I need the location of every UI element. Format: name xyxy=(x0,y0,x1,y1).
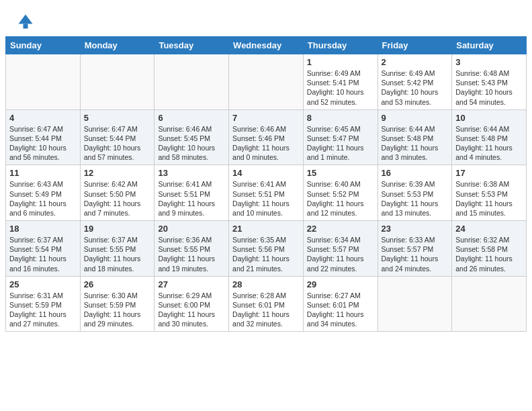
day-info: Sunrise: 6:41 AM Sunset: 5:51 PM Dayligh… xyxy=(158,179,225,218)
calendar-cell xyxy=(229,54,304,110)
calendar-cell: 10Sunrise: 6:44 AM Sunset: 5:48 PM Dayli… xyxy=(452,109,527,165)
day-info: Sunrise: 6:33 AM Sunset: 5:57 PM Dayligh… xyxy=(382,235,449,273)
calendar-cell: 2Sunrise: 6:49 AM Sunset: 5:42 PM Daylig… xyxy=(378,54,452,110)
day-info: Sunrise: 6:44 AM Sunset: 5:48 PM Dayligh… xyxy=(455,124,523,163)
day-number: 1 xyxy=(307,57,374,67)
calendar-cell xyxy=(154,54,229,110)
day-info: Sunrise: 6:32 AM Sunset: 5:58 PM Dayligh… xyxy=(455,235,523,273)
calendar-cell: 20Sunrise: 6:36 AM Sunset: 5:55 PM Dayli… xyxy=(154,221,229,277)
day-info: Sunrise: 6:30 AM Sunset: 5:59 PM Dayligh… xyxy=(84,291,151,329)
day-number: 13 xyxy=(158,168,225,178)
day-info: Sunrise: 6:47 AM Sunset: 5:44 PM Dayligh… xyxy=(84,124,151,163)
day-info: Sunrise: 6:28 AM Sunset: 6:01 PM Dayligh… xyxy=(232,291,300,329)
day-number: 20 xyxy=(158,224,225,234)
calendar-cell: 22Sunrise: 6:34 AM Sunset: 5:57 PM Dayli… xyxy=(303,221,378,277)
day-number: 11 xyxy=(9,168,77,178)
day-number: 14 xyxy=(232,168,300,178)
day-number: 24 xyxy=(455,224,523,234)
calendar-cell: 18Sunrise: 6:37 AM Sunset: 5:54 PM Dayli… xyxy=(6,221,81,277)
day-info: Sunrise: 6:46 AM Sunset: 5:45 PM Dayligh… xyxy=(158,124,225,163)
calendar-cell: 1Sunrise: 6:49 AM Sunset: 5:41 PM Daylig… xyxy=(303,54,378,110)
calendar-cell: 6Sunrise: 6:46 AM Sunset: 5:45 PM Daylig… xyxy=(154,109,229,165)
day-number: 12 xyxy=(84,168,151,178)
calendar-cell: 4Sunrise: 6:47 AM Sunset: 5:44 PM Daylig… xyxy=(6,109,81,165)
day-number: 25 xyxy=(9,279,77,289)
calendar-cell: 21Sunrise: 6:35 AM Sunset: 5:56 PM Dayli… xyxy=(229,221,304,277)
calendar-cell: 8Sunrise: 6:45 AM Sunset: 5:47 PM Daylig… xyxy=(303,109,378,165)
day-info: Sunrise: 6:42 AM Sunset: 5:50 PM Dayligh… xyxy=(84,179,151,218)
day-number: 4 xyxy=(9,113,77,123)
calendar-cell: 14Sunrise: 6:41 AM Sunset: 5:51 PM Dayli… xyxy=(229,165,304,221)
day-number: 15 xyxy=(307,168,374,178)
day-info: Sunrise: 6:39 AM Sunset: 5:53 PM Dayligh… xyxy=(382,179,449,218)
calendar-cell xyxy=(378,276,452,332)
day-info: Sunrise: 6:44 AM Sunset: 5:48 PM Dayligh… xyxy=(382,124,449,163)
day-info: Sunrise: 6:31 AM Sunset: 5:59 PM Dayligh… xyxy=(9,291,77,329)
calendar-cell: 13Sunrise: 6:41 AM Sunset: 5:51 PM Dayli… xyxy=(154,165,229,221)
day-number: 19 xyxy=(84,224,151,234)
day-info: Sunrise: 6:46 AM Sunset: 5:46 PM Dayligh… xyxy=(232,124,300,163)
day-info: Sunrise: 6:27 AM Sunset: 6:01 PM Dayligh… xyxy=(307,291,374,329)
calendar-week-5: 25Sunrise: 6:31 AM Sunset: 5:59 PM Dayli… xyxy=(6,276,527,332)
day-info: Sunrise: 6:37 AM Sunset: 5:54 PM Dayligh… xyxy=(9,235,77,273)
calendar-cell: 24Sunrise: 6:32 AM Sunset: 5:58 PM Dayli… xyxy=(452,221,527,277)
day-info: Sunrise: 6:47 AM Sunset: 5:44 PM Dayligh… xyxy=(9,124,77,163)
calendar-cell: 16Sunrise: 6:39 AM Sunset: 5:53 PM Dayli… xyxy=(378,165,452,221)
calendar-cell: 29Sunrise: 6:27 AM Sunset: 6:01 PM Dayli… xyxy=(303,276,378,332)
calendar-cell: 23Sunrise: 6:33 AM Sunset: 5:57 PM Dayli… xyxy=(378,221,452,277)
day-number: 3 xyxy=(455,57,523,67)
weekday-header-friday: Friday xyxy=(378,37,452,54)
day-info: Sunrise: 6:36 AM Sunset: 5:55 PM Dayligh… xyxy=(158,235,225,273)
day-number: 27 xyxy=(158,279,225,289)
calendar-cell: 5Sunrise: 6:47 AM Sunset: 5:44 PM Daylig… xyxy=(80,109,154,165)
calendar-cell: 11Sunrise: 6:43 AM Sunset: 5:49 PM Dayli… xyxy=(6,165,81,221)
calendar-cell: 17Sunrise: 6:38 AM Sunset: 5:53 PM Dayli… xyxy=(452,165,527,221)
weekday-header-thursday: Thursday xyxy=(303,37,378,54)
day-info: Sunrise: 6:48 AM Sunset: 5:43 PM Dayligh… xyxy=(455,68,523,107)
calendar-week-3: 11Sunrise: 6:43 AM Sunset: 5:49 PM Dayli… xyxy=(6,165,527,221)
day-number: 26 xyxy=(84,279,151,289)
weekday-header-sunday: Sunday xyxy=(6,37,81,54)
calendar-cell: 25Sunrise: 6:31 AM Sunset: 5:59 PM Dayli… xyxy=(6,276,81,332)
day-number: 29 xyxy=(307,279,374,289)
calendar-cell: 9Sunrise: 6:44 AM Sunset: 5:48 PM Daylig… xyxy=(378,109,452,165)
day-number: 23 xyxy=(382,224,449,234)
weekday-header-row: SundayMondayTuesdayWednesdayThursdayFrid… xyxy=(6,37,527,54)
day-number: 7 xyxy=(232,113,300,123)
weekday-header-tuesday: Tuesday xyxy=(154,37,229,54)
day-number: 2 xyxy=(382,57,449,67)
day-info: Sunrise: 6:34 AM Sunset: 5:57 PM Dayligh… xyxy=(307,235,374,273)
calendar-cell: 26Sunrise: 6:30 AM Sunset: 5:59 PM Dayli… xyxy=(80,276,154,332)
day-number: 21 xyxy=(232,224,300,234)
day-info: Sunrise: 6:49 AM Sunset: 5:41 PM Dayligh… xyxy=(307,68,374,107)
day-info: Sunrise: 6:41 AM Sunset: 5:51 PM Dayligh… xyxy=(232,179,300,218)
calendar-table: SundayMondayTuesdayWednesdayThursdayFrid… xyxy=(5,36,527,332)
calendar-week-4: 18Sunrise: 6:37 AM Sunset: 5:54 PM Dayli… xyxy=(6,221,527,277)
day-number: 9 xyxy=(382,113,449,123)
calendar-week-1: 1Sunrise: 6:49 AM Sunset: 5:41 PM Daylig… xyxy=(6,54,527,110)
weekday-header-wednesday: Wednesday xyxy=(229,37,304,54)
svg-rect-1 xyxy=(24,24,28,29)
calendar-cell: 27Sunrise: 6:29 AM Sunset: 6:00 PM Dayli… xyxy=(154,276,229,332)
weekday-header-saturday: Saturday xyxy=(452,37,527,54)
logo-icon xyxy=(16,12,35,31)
calendar-cell: 19Sunrise: 6:37 AM Sunset: 5:55 PM Dayli… xyxy=(80,221,154,277)
day-number: 8 xyxy=(307,113,374,123)
logo xyxy=(16,12,38,31)
calendar-cell xyxy=(6,54,81,110)
calendar-cell: 7Sunrise: 6:46 AM Sunset: 5:46 PM Daylig… xyxy=(229,109,304,165)
day-number: 22 xyxy=(307,224,374,234)
day-number: 28 xyxy=(232,279,300,289)
day-number: 6 xyxy=(158,113,225,123)
day-info: Sunrise: 6:43 AM Sunset: 5:49 PM Dayligh… xyxy=(9,179,77,218)
page-header xyxy=(0,0,532,36)
calendar-cell: 12Sunrise: 6:42 AM Sunset: 5:50 PM Dayli… xyxy=(80,165,154,221)
day-number: 16 xyxy=(382,168,449,178)
day-info: Sunrise: 6:45 AM Sunset: 5:47 PM Dayligh… xyxy=(307,124,374,163)
day-info: Sunrise: 6:29 AM Sunset: 6:00 PM Dayligh… xyxy=(158,291,225,329)
day-number: 10 xyxy=(455,113,523,123)
day-number: 17 xyxy=(455,168,523,178)
weekday-header-monday: Monday xyxy=(80,37,154,54)
svg-marker-0 xyxy=(19,15,33,24)
day-number: 5 xyxy=(84,113,151,123)
